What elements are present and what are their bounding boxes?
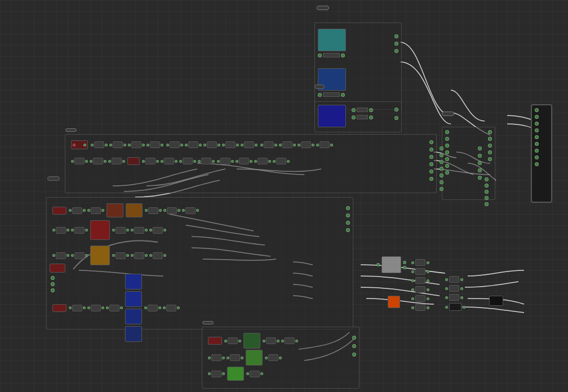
normals-far-left-red <box>50 264 65 273</box>
normals-left-extra-pins <box>51 276 55 292</box>
color-output-pins <box>394 34 398 53</box>
normals-output-pins <box>346 206 350 232</box>
foam-green-nodes-3 <box>260 141 333 148</box>
main-output-node <box>531 104 552 203</box>
glimmer-output-pins <box>394 108 398 120</box>
color-chip-node-teal <box>318 29 346 57</box>
normals-nodes-row4 <box>52 274 180 342</box>
normals-red-node-left <box>52 207 66 215</box>
foam-nodes-row2 <box>71 157 290 165</box>
foam-nodes-row1 <box>71 140 333 149</box>
normals-blue-textures <box>125 274 142 342</box>
ripple-pins-right <box>488 130 492 161</box>
normals-group-box <box>46 197 353 329</box>
far-right-cluster <box>445 276 465 311</box>
color-label <box>317 6 329 10</box>
foam-far-right-pins <box>478 146 482 180</box>
glimmer-group-box <box>314 101 402 132</box>
normals-orange-1 <box>126 203 143 217</box>
ripple-pins-left <box>445 130 449 175</box>
normals-red-sm <box>52 304 66 312</box>
normals-orange-block-large <box>90 246 110 265</box>
normals-red-orange-1 <box>106 203 123 217</box>
color-chip-node-blue <box>318 68 346 97</box>
normals-nodes-row3 <box>52 246 166 265</box>
foam-green-nodes-1 <box>91 141 163 148</box>
caustics-group-box <box>202 327 360 389</box>
foam-red-node <box>127 157 140 165</box>
foam-output-pins <box>429 140 433 181</box>
glimmer-inner-nodes <box>352 108 373 119</box>
output-pins-list <box>532 105 551 169</box>
foam-green-nodes-2 <box>166 141 258 148</box>
color-group <box>314 23 402 110</box>
normals-nodes-row2 <box>52 220 166 240</box>
dark-output-sm <box>489 296 503 306</box>
ripple-opacity-label <box>442 112 454 116</box>
caustics-label <box>202 321 214 324</box>
caustics-nodes-row2 <box>208 350 282 366</box>
foam-right-pins <box>440 146 443 191</box>
glimmer-preview <box>318 105 346 127</box>
orange-square-node <box>388 296 400 308</box>
normals-nodes-row1 <box>52 203 199 217</box>
normals-red-block-large <box>90 220 110 240</box>
right-small-nodes <box>411 259 429 311</box>
glimmer-effect-node[interactable] <box>314 84 325 89</box>
pre-output-cluster <box>485 177 489 206</box>
caustics-nodes-row3 <box>208 367 263 381</box>
foam-group-box <box>65 134 437 193</box>
right-cluster-top <box>376 256 406 273</box>
foam-label <box>65 128 77 132</box>
normals-label <box>47 176 60 181</box>
caustics-nodes-row1 <box>208 333 298 349</box>
caustics-output-pins <box>352 336 356 357</box>
